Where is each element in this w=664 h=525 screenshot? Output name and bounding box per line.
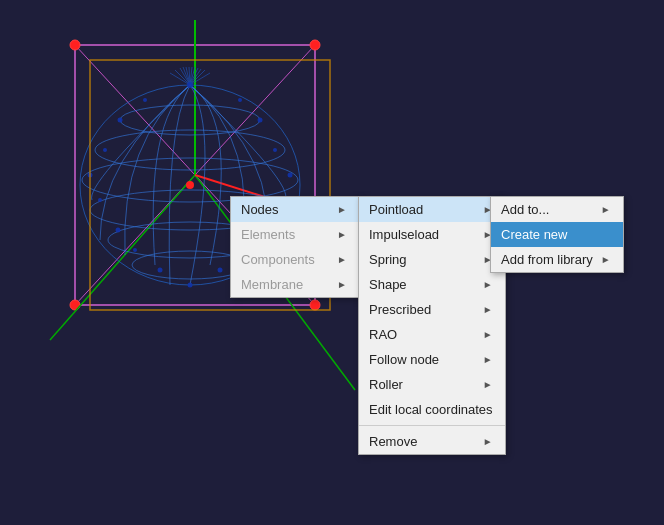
menu-item-impulseload-label: Impulseload bbox=[369, 227, 439, 242]
menu-item-add-to-label: Add to... bbox=[501, 202, 549, 217]
svg-point-49 bbox=[103, 148, 107, 152]
chevron-icon: ► bbox=[483, 279, 493, 290]
context-menu-l2: Pointload ► Impulseload ► Spring ► Shape… bbox=[358, 196, 506, 455]
menu-item-add-to[interactable]: Add to... ► bbox=[491, 197, 623, 222]
svg-point-43 bbox=[116, 228, 121, 233]
svg-point-46 bbox=[238, 98, 242, 102]
menu-item-follow-node-label: Follow node bbox=[369, 352, 439, 367]
menu-item-membrane-label: Membrane bbox=[241, 277, 303, 292]
menu-item-shape[interactable]: Shape ► bbox=[359, 272, 505, 297]
menu-separator bbox=[359, 425, 505, 426]
menu-item-nodes[interactable]: Nodes ► bbox=[231, 197, 359, 222]
svg-point-41 bbox=[188, 283, 193, 288]
chevron-icon: ► bbox=[337, 254, 347, 265]
chevron-icon: ► bbox=[601, 254, 611, 265]
menu-item-add-from-library-label: Add from library bbox=[501, 252, 593, 267]
menu-item-pointload-label: Pointload bbox=[369, 202, 423, 217]
menu-item-spring[interactable]: Spring ► bbox=[359, 247, 505, 272]
chevron-icon: ► bbox=[483, 304, 493, 315]
menu-item-follow-node[interactable]: Follow node ► bbox=[359, 347, 505, 372]
menu-item-impulseload[interactable]: Impulseload ► bbox=[359, 222, 505, 247]
chevron-icon: ► bbox=[483, 436, 493, 447]
chevron-icon: ► bbox=[337, 204, 347, 215]
menu-item-rao[interactable]: RAO ► bbox=[359, 322, 505, 347]
menu-item-remove[interactable]: Remove ► bbox=[359, 429, 505, 454]
menu-item-components-label: Components bbox=[241, 252, 315, 267]
svg-point-36 bbox=[187, 82, 193, 88]
svg-point-47 bbox=[143, 98, 147, 102]
menu-item-edit-local-coords-label: Edit local coordinates bbox=[369, 402, 493, 417]
menu-item-create-new-label: Create new bbox=[501, 227, 567, 242]
svg-point-9 bbox=[70, 40, 80, 50]
chevron-icon: ► bbox=[337, 279, 347, 290]
svg-point-42 bbox=[158, 268, 163, 273]
menu-item-create-new[interactable]: Create new bbox=[491, 222, 623, 247]
chevron-icon: ► bbox=[483, 379, 493, 390]
menu-item-edit-local-coordinates[interactable]: Edit local coordinates bbox=[359, 397, 505, 422]
menu-item-nodes-label: Nodes bbox=[241, 202, 279, 217]
menu-item-shape-label: Shape bbox=[369, 277, 407, 292]
chevron-icon: ► bbox=[337, 229, 347, 240]
svg-point-54 bbox=[186, 181, 194, 189]
svg-point-51 bbox=[98, 198, 102, 202]
canvas-area: Nodes ► Elements ► Components ► Membrane… bbox=[0, 0, 664, 525]
menu-item-add-from-library[interactable]: Add from library ► bbox=[491, 247, 623, 272]
menu-item-spring-label: Spring bbox=[369, 252, 407, 267]
menu-item-prescribed-label: Prescribed bbox=[369, 302, 431, 317]
menu-item-elements-label: Elements bbox=[241, 227, 295, 242]
svg-point-53 bbox=[133, 248, 137, 252]
menu-item-components[interactable]: Components ► bbox=[231, 247, 359, 272]
menu-item-prescribed[interactable]: Prescribed ► bbox=[359, 297, 505, 322]
menu-item-rao-label: RAO bbox=[369, 327, 397, 342]
chevron-icon: ► bbox=[601, 204, 611, 215]
svg-point-37 bbox=[258, 118, 263, 123]
svg-point-38 bbox=[288, 173, 293, 178]
menu-item-remove-label: Remove bbox=[369, 434, 417, 449]
svg-point-45 bbox=[118, 118, 123, 123]
menu-item-membrane[interactable]: Membrane ► bbox=[231, 272, 359, 297]
svg-point-12 bbox=[310, 300, 320, 310]
chevron-icon: ► bbox=[483, 329, 493, 340]
chevron-icon: ► bbox=[483, 354, 493, 365]
menu-item-elements[interactable]: Elements ► bbox=[231, 222, 359, 247]
svg-point-10 bbox=[310, 40, 320, 50]
menu-item-roller-label: Roller bbox=[369, 377, 403, 392]
context-menu-l3: Add to... ► Create new Add from library … bbox=[490, 196, 624, 273]
menu-item-roller[interactable]: Roller ► bbox=[359, 372, 505, 397]
menu-item-pointload[interactable]: Pointload ► bbox=[359, 197, 505, 222]
svg-point-48 bbox=[273, 148, 277, 152]
svg-point-40 bbox=[218, 268, 223, 273]
context-menu-l1: Nodes ► Elements ► Components ► Membrane… bbox=[230, 196, 360, 298]
